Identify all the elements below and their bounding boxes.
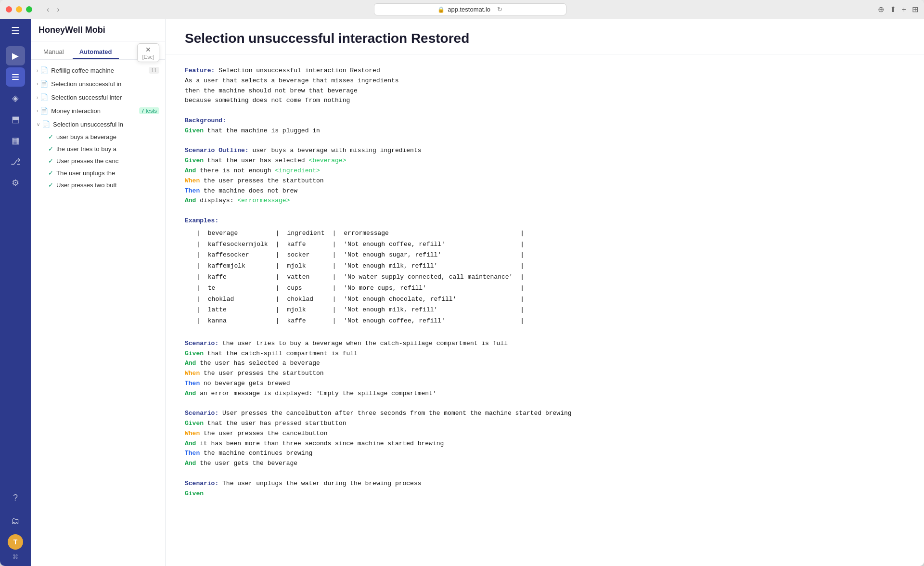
- ex-r8-pipe4: |: [516, 316, 528, 327]
- sc2-given-line: Given that the catch-spill compartment i…: [185, 349, 905, 359]
- ex-r5-ingredient: cups: [283, 283, 328, 294]
- sc3-when-text: the user presses the cancelbutton: [204, 430, 327, 437]
- sub-label-1: the user tries to buy a: [56, 145, 116, 153]
- examples-line: Examples:: [185, 216, 905, 226]
- ex-r6-pipe2: |: [272, 294, 283, 305]
- sub-item-4[interactable]: ✓ User presses two butt: [44, 179, 165, 191]
- ex-r2-pipe3: |: [328, 250, 340, 261]
- background-given-text: that the machine is plugged in: [207, 127, 320, 134]
- so-then-text: the machine does not brew: [204, 187, 297, 194]
- check-icon-0: ✓: [48, 133, 53, 141]
- share-icon[interactable]: ⬆: [890, 5, 896, 14]
- group-label-successful: Selection successful inter: [51, 94, 159, 101]
- tree-sub-items: ✓ user buys a beverage ✓ the user tries …: [31, 131, 165, 191]
- check-icon-3: ✓: [48, 169, 53, 177]
- tab-manual[interactable]: Manual: [37, 45, 71, 59]
- svg-rect-1: [12, 77, 19, 77]
- url-bar[interactable]: 🔒 app.testomat.io ↻: [374, 3, 566, 15]
- ex-r8-pipe1: |: [192, 316, 204, 327]
- minimize-button[interactable]: [16, 6, 22, 13]
- reload-icon[interactable]: ↻: [497, 6, 502, 13]
- sc2-and-text: the user has selected a beverage: [200, 360, 320, 367]
- ex-r4-pipe1: |: [192, 272, 204, 283]
- code-block: Feature: Selection unsuccessful interact…: [185, 66, 905, 499]
- feature-desc-3: because something does not come from not…: [185, 96, 905, 106]
- page-title: Selection unsuccessful interaction Resto…: [185, 31, 905, 46]
- ex-r5-pipe3: |: [328, 283, 340, 294]
- sc4-given-line: Given: [185, 489, 905, 499]
- close-icon[interactable]: ✕: [145, 46, 151, 53]
- tree-group-header-money[interactable]: › 📄 Money interaction 7 tests: [31, 104, 165, 117]
- scenario-outline-text: user buys a beverage with missing ingred…: [252, 147, 421, 154]
- close-button[interactable]: [6, 6, 12, 13]
- tabs-icon[interactable]: ⊞: [912, 5, 918, 14]
- sidebar-icon-play[interactable]: ▶: [6, 46, 25, 65]
- group-badge-refillig: 11: [149, 67, 159, 74]
- sidebar-icon-settings[interactable]: ⚙: [6, 173, 25, 193]
- screen-share-icon[interactable]: ⊕: [878, 5, 884, 14]
- sc2-given-keyword: Given: [185, 350, 204, 357]
- sidebar-icon-help[interactable]: ?: [6, 488, 25, 507]
- ex-r1-pipe4: |: [516, 239, 528, 250]
- so-and2-line: And displays: <errormessage>: [185, 196, 905, 206]
- sc3-then-keyword: Then: [185, 450, 200, 457]
- sc2-and2-line: And an error message is displayed: 'Empt…: [185, 389, 905, 399]
- tree-group-header-refillig[interactable]: › 📄 Refillig coffee machine 11: [31, 64, 165, 77]
- tab-automated[interactable]: Automated: [73, 45, 119, 59]
- sc2-when-text: the user presses the startbutton: [204, 370, 324, 377]
- scenario4-text: The user unplugs the water during the br…: [222, 480, 421, 487]
- sc3-and-text: it has been more than three seconds sinc…: [200, 440, 444, 447]
- examples-keyword: Examples:: [185, 217, 218, 224]
- so-when-text: the user presses the startbutton: [204, 177, 324, 184]
- so-and2-text: displays:: [200, 197, 237, 204]
- feature-desc-3-text: because something does not come from not…: [185, 97, 350, 104]
- back-button[interactable]: ‹: [44, 4, 52, 15]
- sc2-when-line: When the user presses the startbutton: [185, 369, 905, 379]
- chevron-right-icon: ›: [37, 68, 38, 73]
- so-given-keyword: Given: [185, 157, 204, 164]
- group-label-refillig: Refillig coffee machine: [51, 67, 146, 74]
- sub-item-1[interactable]: ✓ the user tries to buy a: [44, 143, 165, 155]
- tree-group-header-expanded[interactable]: ∨ 📄 Selection unsuccessful in: [31, 117, 165, 131]
- sc3-when-line: When the user presses the cancelbutton: [185, 429, 905, 439]
- tree-group-header-unsuccessful[interactable]: › 📄 Selection unsuccessful in: [31, 77, 165, 90]
- sidebar-icon-branch[interactable]: ⎇: [6, 152, 25, 171]
- maximize-button[interactable]: [26, 6, 32, 13]
- ex-r4-pipe4: |: [516, 272, 528, 283]
- so-when-line: When the user presses the startbutton: [185, 176, 905, 186]
- sidebar-icon-import[interactable]: ⬒: [6, 110, 25, 129]
- sidebar-icon-chart[interactable]: ▦: [6, 131, 25, 150]
- ex-header-pipe1: |: [192, 228, 204, 239]
- ex-r4-error: 'No water supply connected, call mainten…: [340, 272, 516, 283]
- svg-rect-2: [12, 79, 19, 80]
- ex-r7-pipe3: |: [328, 305, 340, 316]
- chevron-down-icon: ∨: [37, 122, 40, 127]
- menu-icon[interactable]: ☰: [11, 25, 20, 37]
- sidebar-icon-layers[interactable]: ◈: [6, 89, 25, 108]
- keyboard-shortcut-icon[interactable]: ⌘: [13, 553, 18, 560]
- sub-item-0[interactable]: ✓ user buys a beverage: [44, 131, 165, 143]
- sidebar-icon-list[interactable]: [6, 67, 25, 87]
- sc2-then-keyword: Then: [185, 380, 200, 387]
- tree-group-selection-expanded: ∨ 📄 Selection unsuccessful in ✓ user buy…: [31, 117, 165, 191]
- add-tab-icon[interactable]: +: [902, 5, 906, 14]
- feature-desc-1-text: As a user that selects a beverage that m…: [185, 77, 399, 84]
- ex-r7-pipe4: |: [516, 305, 528, 316]
- check-icon-2: ✓: [48, 157, 53, 165]
- ex-r7-beverage: latte: [204, 305, 272, 316]
- sc3-then-line: Then the machine continues brewing: [185, 449, 905, 459]
- tabs-bar: Manual Automated ✕ [Esc]: [31, 41, 165, 60]
- group-label-money: Money interaction: [51, 107, 137, 115]
- ex-header-pipe2: |: [272, 228, 283, 239]
- titlebar-actions: ⊕ ⬆ + ⊞: [878, 5, 918, 14]
- scenario-outline-line: Scenario Outline: user buys a beverage w…: [185, 146, 905, 156]
- avatar[interactable]: T: [8, 534, 23, 550]
- forward-button[interactable]: ›: [54, 4, 62, 15]
- ex-row-1: | kaffesockermjolk | kaffe | 'Not enough…: [192, 239, 528, 250]
- sub-item-2[interactable]: ✓ User presses the canc: [44, 155, 165, 167]
- sidebar-icon-folder[interactable]: 🗂: [6, 511, 25, 530]
- tree-group-header-successful[interactable]: › 📄 Selection successful inter: [31, 90, 165, 104]
- sub-item-3[interactable]: ✓ The user unplugs the: [44, 167, 165, 179]
- ex-r3-beverage: kaffemjolk: [204, 261, 272, 272]
- sc2-and-keyword: And: [185, 360, 196, 367]
